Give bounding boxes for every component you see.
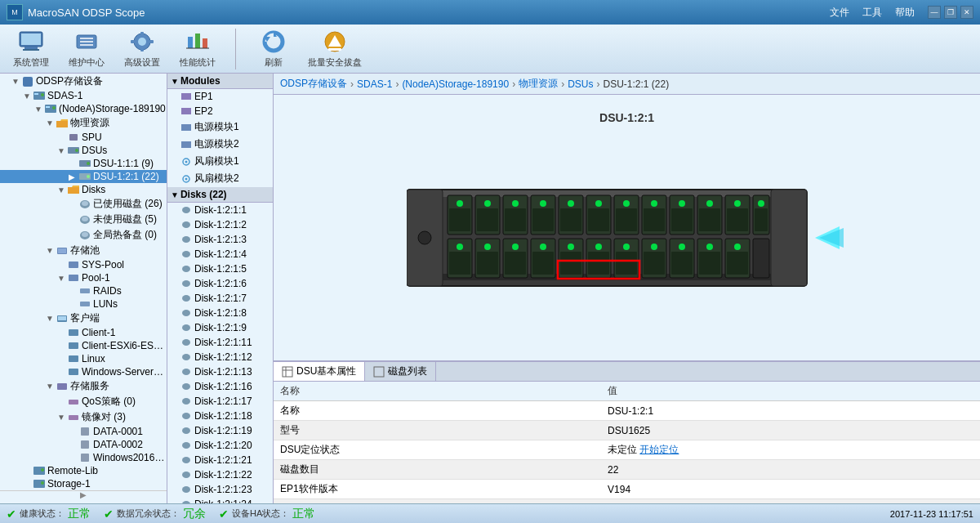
- mid-disk-9[interactable]: Disk-1:2:1:9: [167, 320, 273, 335]
- breadcrumb-nodea[interactable]: (NodeA)Storage-189190: [402, 78, 509, 90]
- breadcrumb-odsp[interactable]: ODSP存储设备: [280, 77, 347, 91]
- tree-disks[interactable]: ▼ Disks: [0, 183, 167, 196]
- mid-disk-7[interactable]: Disk-1:2:1:7: [167, 291, 273, 306]
- tree-unused-disks[interactable]: ▶ 未使用磁盘 (5): [0, 212, 167, 227]
- mid-disk-5[interactable]: Disk-1:2:1:5: [167, 262, 273, 276]
- mid-disk-3[interactable]: Disk-1:2:1:3: [167, 232, 273, 247]
- mid-disk-8[interactable]: Disk-1:2:1:8: [167, 306, 273, 320]
- tree-sdas1[interactable]: ▼ SDAS-1: [0, 89, 167, 102]
- toolbar-performance[interactable]: 性能统计: [176, 29, 219, 69]
- mid-fan1[interactable]: 风扇模块1: [167, 153, 273, 170]
- tree-used-disks[interactable]: ▶ 已使用磁盘 (26): [0, 196, 167, 212]
- mid-disk-12[interactable]: Disk-1:2:1:12: [167, 350, 273, 364]
- mid-disk-9-label: Disk-1:2:1:9: [194, 322, 247, 333]
- svg-rect-48: [80, 288, 90, 293]
- windows-icon: [67, 366, 80, 378]
- mid-disk-6[interactable]: Disk-1:2:1:6: [167, 276, 273, 291]
- tree-client1[interactable]: ▶ Client-1: [0, 326, 167, 339]
- menu-help[interactable]: 帮助: [895, 6, 915, 20]
- mid-disk-21[interactable]: Disk-1:2:1:21: [167, 453, 273, 467]
- tree-pool[interactable]: ▼ 存储池: [0, 243, 167, 258]
- tree-root[interactable]: ▼ ODSP存储设备: [0, 74, 167, 89]
- toolbar-refresh[interactable]: 刷新: [252, 29, 295, 69]
- mid-disk-23[interactable]: Disk-1:2:1:23: [167, 482, 273, 497]
- toolbar-eject[interactable]: 批量安全拔盘: [308, 29, 362, 69]
- toolbar-advanced[interactable]: 高级设置: [121, 29, 163, 69]
- menu-bar[interactable]: 文件 工具 帮助: [830, 6, 915, 20]
- tree-qos[interactable]: ▶ QoS策略 (0): [0, 394, 167, 409]
- tree-client-esxi[interactable]: ▶ Client-ESXi6-ESXi6.5: [0, 339, 167, 352]
- toolbar-system-manage[interactable]: 系统管理: [10, 29, 52, 69]
- tab-dsu-basic[interactable]: DSU基本属性: [274, 362, 365, 381]
- tree-clients[interactable]: ▼ 客户端: [0, 311, 167, 326]
- mid-power2[interactable]: 电源模块2: [167, 136, 273, 153]
- mid-fan2[interactable]: 风扇模块2: [167, 170, 273, 187]
- restore-button[interactable]: ❐: [944, 6, 957, 19]
- start-locate-link[interactable]: 开始定位: [639, 444, 679, 455]
- tree-scroll-right[interactable]: ▶: [0, 490, 167, 498]
- chart-icon: [183, 29, 212, 55]
- window-controls[interactable]: — ❐ ✕: [928, 6, 973, 19]
- svg-point-145: [512, 244, 519, 250]
- prop-name-label: 名称: [274, 401, 601, 421]
- mid-disk-4[interactable]: Disk-1:2:1:4: [167, 247, 273, 262]
- close-button[interactable]: ✕: [960, 6, 973, 19]
- tree-pool1[interactable]: ▼ Pool-1: [0, 271, 167, 284]
- breadcrumb-dsu121: DSU-1:2:1 (22): [603, 78, 669, 90]
- tree-dsus[interactable]: ▼ DSUs: [0, 144, 167, 157]
- tree-dsu111[interactable]: ▶ DSU-1:1:1 (9): [0, 157, 167, 170]
- svg-point-37: [87, 175, 90, 178]
- tree-spu[interactable]: ▶ SPU: [0, 131, 167, 144]
- breadcrumb-physical[interactable]: 物理资源: [519, 77, 558, 91]
- mid-disk-19[interactable]: Disk-1:2:1:19: [167, 423, 273, 438]
- tree-data0001[interactable]: ▶ DATA-0001: [0, 425, 167, 438]
- breadcrumb-dsus[interactable]: DSUs: [568, 78, 593, 90]
- tree-nodea[interactable]: ▼ (NodeA)Storage-189190: [0, 102, 167, 115]
- svg-point-154: [595, 244, 602, 250]
- minimize-button[interactable]: —: [928, 6, 941, 19]
- tree-syspool[interactable]: ▶ SYS-Pool: [0, 258, 167, 271]
- svg-rect-178: [374, 367, 384, 377]
- svg-rect-59: [81, 427, 89, 436]
- tree-storage-service[interactable]: ▼ 存储服务: [0, 378, 167, 394]
- tree-luns[interactable]: ▶ LUNs: [0, 297, 167, 311]
- tree-physical[interactable]: ▼ 物理资源: [0, 115, 167, 131]
- menu-file[interactable]: 文件: [830, 6, 849, 20]
- mid-disk-22[interactable]: Disk-1:2:1:22: [167, 467, 273, 482]
- tree-windows[interactable]: ▶ Windows-Server-201: [0, 365, 167, 378]
- properties-table: 名称 值 名称 DSU-1:2:1 型号 DSU1625: [274, 382, 980, 503]
- breadcrumb-sdas1[interactable]: SDAS-1: [357, 78, 392, 90]
- mid-disk-13[interactable]: Disk-1:2:1:13: [167, 364, 273, 379]
- mid-disk-18[interactable]: Disk-1:2:1:18: [167, 409, 273, 423]
- mid-disk-5-label: Disk-1:2:1:5: [194, 263, 247, 275]
- mid-disk-1[interactable]: Disk-1:2:1:1: [167, 203, 273, 217]
- tree-arrow: ▶: [69, 215, 78, 224]
- mid-ep1[interactable]: EP1: [167, 89, 273, 104]
- toolbar-maintenance[interactable]: 维护中心: [65, 29, 108, 69]
- svg-point-91: [182, 457, 190, 463]
- mid-disk-24[interactable]: Disk-1:2:1:24: [167, 497, 273, 503]
- mid-disk-16[interactable]: Disk-1:2:1:16: [167, 379, 273, 394]
- svg-rect-14: [188, 37, 193, 48]
- tree-raids[interactable]: ▶ RAIDs: [0, 284, 167, 297]
- menu-tools[interactable]: 工具: [862, 6, 882, 20]
- tree-mirror[interactable]: ▼ 镜像对 (3): [0, 409, 167, 425]
- tree-arrow: ▶: [57, 368, 67, 377]
- eject-icon: [320, 29, 350, 55]
- tree-data0002[interactable]: ▶ DATA-0002: [0, 438, 167, 451]
- mid-power1[interactable]: 电源模块1: [167, 118, 273, 136]
- tree-hot-spare[interactable]: ▶ 全局热备盘 (0): [0, 227, 167, 243]
- mid-disk-20[interactable]: Disk-1:2:1:20: [167, 438, 273, 453]
- disk-5-icon: [180, 263, 192, 275]
- mid-disk-2[interactable]: Disk-1:2:1:2: [167, 217, 273, 232]
- tree-remote-lib[interactable]: ▶ Remote-Lib: [0, 464, 167, 477]
- mid-disk-17[interactable]: Disk-1:2:1:17: [167, 394, 273, 409]
- tree-win2016[interactable]: ▶ Windows2016-10: [0, 451, 167, 464]
- server2-icon: [44, 103, 57, 114]
- tab-disk-list[interactable]: 磁盘列表: [365, 362, 436, 381]
- mid-disk-11[interactable]: Disk-1:2:1:11: [167, 335, 273, 350]
- tree-dsu121[interactable]: ▶ DSU-1:2:1 (22): [0, 170, 167, 183]
- tree-linux[interactable]: ▶ Linux: [0, 352, 167, 365]
- mid-ep2[interactable]: EP2: [167, 104, 273, 118]
- tree-storage1[interactable]: ▶ Storage-1: [0, 477, 167, 490]
